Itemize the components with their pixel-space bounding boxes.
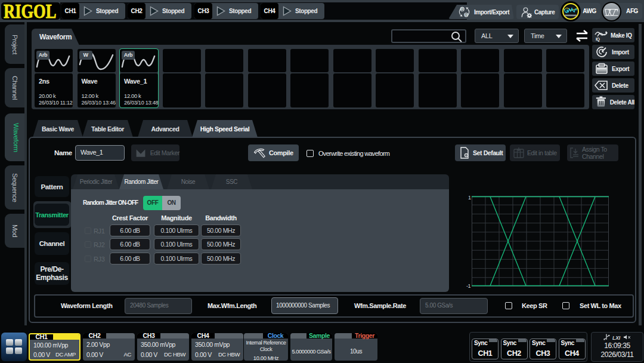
svg-text:W: W [461, 7, 465, 11]
svg-text:IQ: IQ [596, 37, 600, 42]
svg-text:LXI: LXI [612, 335, 621, 341]
svg-text:W: W [465, 13, 468, 17]
